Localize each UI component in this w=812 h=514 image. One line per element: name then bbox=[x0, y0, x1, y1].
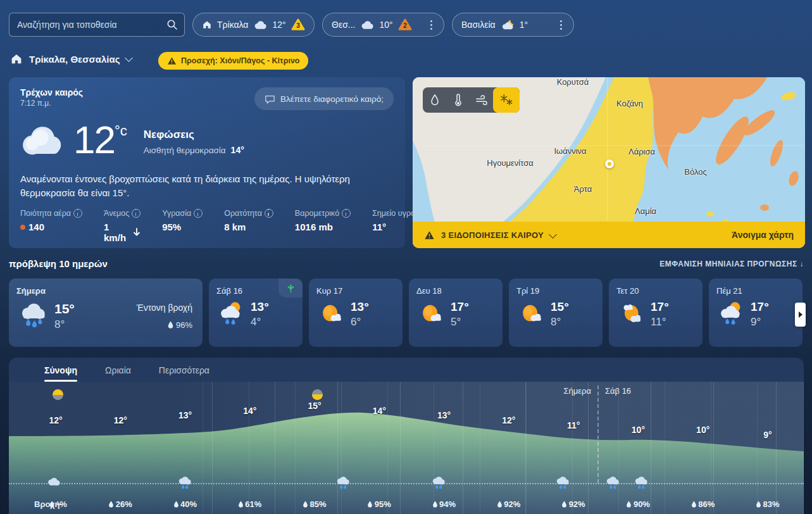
different-weather-button[interactable]: Βλέπετε διαφορετικό καιρό; bbox=[254, 87, 394, 110]
search-icon[interactable] bbox=[166, 19, 178, 30]
current-weather-card: Τρέχων καιρός 7:12 π.μ. Βλέπετε διαφορετ… bbox=[9, 77, 405, 248]
map-layer-thermometer-button[interactable] bbox=[446, 87, 470, 113]
droplet-icon bbox=[691, 501, 696, 508]
temp-label: 12° bbox=[49, 415, 62, 425]
temp-label: 15° bbox=[308, 401, 321, 411]
wind-icon bbox=[475, 95, 488, 105]
map-city-label: Κορυτσά bbox=[557, 77, 589, 87]
location-tab-3[interactable]: Βασιλεία1° bbox=[452, 13, 574, 37]
current-stats: Ποιότητα αέρα140Άνεμος1 km/hΥγρασία95%Ορ… bbox=[20, 209, 434, 243]
precip-value: 26% bbox=[109, 499, 132, 509]
temp-label: 12° bbox=[502, 415, 515, 425]
weather-alert-pill[interactable]: Προσεχή: Χιόνι/Πάγος - Κίτρινο bbox=[158, 52, 308, 70]
tab-location-label: Τρίκαλα bbox=[217, 20, 248, 30]
map-layer-snow-button[interactable] bbox=[493, 87, 520, 113]
day-high: 15° bbox=[551, 300, 569, 314]
location-selector[interactable]: Τρίκαλα, Θεσσαλίας bbox=[10, 53, 132, 65]
cloudy-icon bbox=[18, 116, 65, 163]
search-box[interactable] bbox=[9, 13, 185, 37]
open-map-link[interactable]: Άνοιγμα χάρτη bbox=[732, 230, 794, 240]
summary-tab-Σύνοψη[interactable]: Σύνοψη bbox=[44, 365, 77, 382]
chevron-down-icon[interactable] bbox=[549, 230, 557, 239]
day-high: 13° bbox=[351, 300, 369, 314]
day-card-6[interactable]: Πέμ 2117°9° bbox=[709, 279, 803, 347]
location-tab-1[interactable]: Τρίκαλα12°3 bbox=[192, 13, 315, 37]
tab-location-label: Βασιλεία bbox=[461, 20, 496, 30]
forecast-next-button[interactable] bbox=[795, 303, 806, 327]
info-icon[interactable] bbox=[194, 209, 203, 218]
feels-like-value: 14° bbox=[231, 145, 244, 155]
tab-temp: 1° bbox=[520, 20, 528, 30]
day-label: Πέμ 21 bbox=[716, 286, 795, 296]
monthly-forecast-link[interactable]: ΕΜΦΑΝΙΣΗ ΜΗΝΙΑΙΑΣ ΠΡΟΓΝΩΣΗΣ ↓ bbox=[659, 260, 804, 268]
svg-text:2: 2 bbox=[403, 22, 407, 29]
cloud-icon bbox=[46, 477, 61, 491]
stat-label: Βαρομετρικό bbox=[295, 209, 351, 218]
map-layer-toolbar bbox=[423, 87, 520, 113]
sun-position-icon bbox=[53, 389, 63, 400]
droplet-icon bbox=[430, 94, 439, 106]
svg-text:3: 3 bbox=[296, 22, 300, 29]
day-label: Δευ 18 bbox=[416, 286, 495, 296]
precip-value: 85% bbox=[303, 499, 327, 509]
current-condition: Νεφώσεις bbox=[144, 128, 244, 141]
timeline bbox=[9, 483, 804, 484]
temp-label: 9° bbox=[763, 430, 771, 440]
summary-tab-Περισσότερα[interactable]: Περισσότερα bbox=[159, 365, 209, 382]
day-high: 17° bbox=[451, 300, 469, 314]
map-layer-droplet-button[interactable] bbox=[423, 87, 446, 113]
alert-badge: 2 bbox=[398, 18, 412, 31]
temp-label: 10° bbox=[696, 425, 709, 435]
summary-chart[interactable]: Βροχή% 12°12°13°14°15°14°13°12°11°10°10°… bbox=[9, 382, 804, 514]
info-icon[interactable] bbox=[132, 209, 141, 218]
day-card-5[interactable]: Τετ 2017°11° bbox=[609, 279, 703, 347]
sun-cloud-icon bbox=[416, 299, 446, 329]
temp-label: 14° bbox=[373, 406, 386, 416]
current-stat: Υγρασία95% bbox=[162, 209, 203, 243]
pollen-icon bbox=[286, 283, 296, 294]
droplet-icon bbox=[238, 501, 243, 508]
stat-value: 1016 mb bbox=[295, 222, 351, 232]
stat-label: Ορατότητα bbox=[224, 209, 273, 218]
precip-value: -- bbox=[49, 499, 62, 509]
weather-app: { "topbar": { "search": { "placeholder":… bbox=[0, 0, 812, 514]
snow-icon bbox=[499, 93, 513, 107]
info-icon[interactable] bbox=[265, 209, 273, 218]
droplet-icon bbox=[109, 501, 114, 508]
info-icon[interactable] bbox=[342, 209, 351, 218]
day-high: 13° bbox=[251, 300, 269, 314]
day-card-4[interactable]: Τρί 1915°8° bbox=[509, 279, 603, 347]
droplet-icon bbox=[368, 501, 373, 508]
day-condition: Έντονη βροχή bbox=[137, 303, 192, 313]
droplet-icon bbox=[627, 501, 632, 508]
alert-map[interactable]: ΚορυτσάΚοζάνηΙωάννιναΛάρισαΗγουμενίτσαΒό… bbox=[413, 77, 805, 248]
pollen-indicator[interactable] bbox=[278, 279, 303, 298]
day-card-3[interactable]: Δευ 1817°5° bbox=[409, 279, 503, 347]
day-card-1[interactable]: Σάβ 1613°4° bbox=[209, 279, 303, 347]
search-input[interactable] bbox=[16, 19, 166, 30]
stat-value: 95% bbox=[162, 222, 203, 232]
alerts-count-link[interactable]: 3 ΕΙΔΟΠΟΙΗΣΕΙΣ ΚΑΙΡΟΥ bbox=[441, 230, 544, 240]
stat-label: Ποιότητα αέρα bbox=[20, 209, 82, 218]
summary-tab-Ωριαία[interactable]: Ωριαία bbox=[105, 365, 131, 382]
rain-icon bbox=[431, 477, 446, 491]
map-city-label: Άρτα bbox=[574, 184, 592, 194]
alert-pill-label: Προσεχή: Χιόνι/Πάγος - Κίτρινο bbox=[181, 56, 299, 65]
day-label: Κυρ 17 bbox=[316, 286, 395, 296]
current-stat: Ποιότητα αέρα140 bbox=[20, 209, 82, 243]
rain-icon bbox=[605, 477, 620, 491]
tab-temp: 10° bbox=[379, 20, 392, 30]
droplet-icon bbox=[562, 501, 567, 508]
day-low: 5° bbox=[451, 316, 469, 329]
map-layer-wind-button[interactable] bbox=[470, 87, 493, 113]
stat-value: 1 km/h bbox=[104, 222, 141, 243]
chevron-down-icon bbox=[125, 54, 134, 62]
day-card-today[interactable]: Σήμερα 15° 8° Έντονη βροχή 96% bbox=[9, 279, 203, 347]
kebab-menu-icon[interactable] bbox=[558, 18, 565, 32]
day-marker-saturday: Σάβ 16 bbox=[605, 386, 631, 396]
day-card-2[interactable]: Κυρ 1713°6° bbox=[309, 279, 403, 347]
location-tab-2[interactable]: Θεσ...10°2 bbox=[322, 13, 444, 37]
info-icon[interactable] bbox=[73, 209, 82, 218]
kebab-menu-icon[interactable] bbox=[428, 18, 435, 32]
precip-value: 90% bbox=[627, 499, 650, 509]
